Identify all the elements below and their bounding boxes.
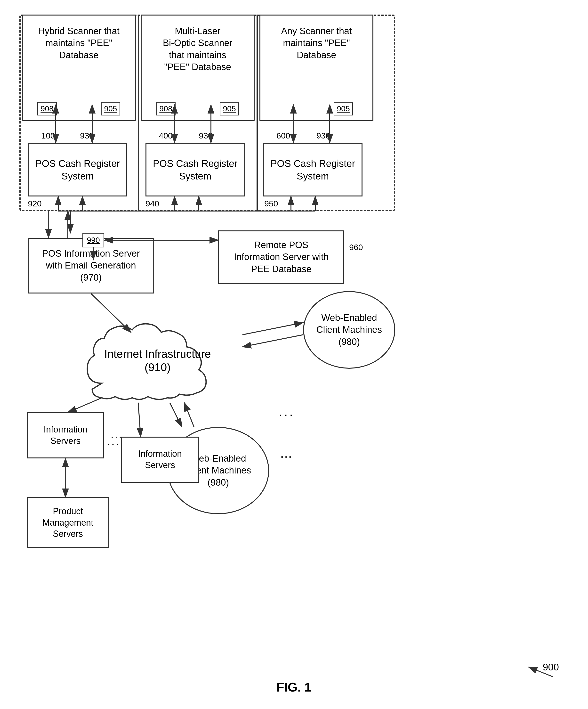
pos-box-3: POS Cash RegisterSystem bbox=[263, 143, 363, 196]
ellipsis-1: ··· bbox=[107, 437, 121, 451]
remote-pos-box: Remote POSInformation Server withPEE Dat… bbox=[218, 231, 344, 284]
pos-label-3: POS Cash RegisterSystem bbox=[270, 157, 355, 182]
info-servers-label-1: InformationServers bbox=[44, 424, 87, 447]
svg-line-39 bbox=[242, 335, 303, 347]
scanner-box-3: Any Scanner thatmaintains "PEE"Database … bbox=[260, 15, 373, 121]
diagram-ref-900: 900 bbox=[543, 662, 559, 673]
svg-text:(910): (910) bbox=[144, 361, 170, 373]
product-mgmt-label: ProductManagementServers bbox=[43, 506, 93, 540]
ref-400: 400 bbox=[159, 131, 172, 140]
web-enabled-label-1: Web-EnabledClient Machines(980) bbox=[316, 312, 382, 348]
info-servers-box-2: InformationServers bbox=[121, 437, 199, 483]
svg-line-41 bbox=[184, 403, 194, 427]
ref-960: 960 bbox=[349, 242, 363, 252]
pos-box-1: POS Cash RegisterSystem bbox=[28, 143, 127, 196]
pos-label-1: POS Cash RegisterSystem bbox=[35, 157, 120, 182]
scanner-label-2: Multi-LaserBi-Optic Scannerthat maintain… bbox=[146, 25, 249, 73]
ref-600: 600 bbox=[276, 131, 290, 140]
pos-box-2: POS Cash RegisterSystem bbox=[145, 143, 245, 196]
scanner-1-num-left: 908 bbox=[37, 102, 57, 115]
ref-100: 100 bbox=[41, 131, 55, 140]
scanner-box-1: Hybrid Scanner that maintains "PEE" Data… bbox=[22, 15, 136, 121]
scanner-2-num-right: 905 bbox=[220, 102, 239, 115]
svg-line-40 bbox=[170, 403, 182, 427]
diagram: Hybrid Scanner that maintains "PEE" Data… bbox=[0, 0, 588, 709]
ref-950: 950 bbox=[264, 199, 278, 208]
svg-text:Internet Infrastructure: Internet Infrastructure bbox=[104, 348, 211, 360]
scanner-label-1: Hybrid Scanner that maintains "PEE" Data… bbox=[28, 25, 130, 61]
scanner-2-num-left: 908 bbox=[156, 102, 176, 115]
ref-940: 940 bbox=[145, 199, 159, 208]
ref-930-2: 930 bbox=[199, 131, 213, 140]
ref-920: 920 bbox=[28, 199, 42, 208]
remote-pos-label: Remote POSInformation Server withPEE Dat… bbox=[234, 239, 329, 275]
pos-info-server-label: POS Information Serverwith Email Generat… bbox=[42, 248, 140, 284]
scanner-3-num-right: 905 bbox=[333, 102, 353, 115]
ref-930-3: 930 bbox=[316, 131, 330, 140]
svg-line-43 bbox=[138, 403, 141, 437]
product-mgmt-box: ProductManagementServers bbox=[27, 497, 109, 548]
pos-label-2: POS Cash RegisterSystem bbox=[153, 157, 237, 182]
divider-1 bbox=[138, 15, 139, 211]
info-servers-box-1: InformationServers bbox=[27, 412, 104, 458]
svg-text:···: ··· bbox=[280, 448, 292, 464]
divider-2 bbox=[257, 15, 258, 211]
internet-cloud: Internet Infrastructure (910) bbox=[73, 311, 242, 403]
ref-990-box: 990 bbox=[82, 233, 104, 247]
web-enabled-circle-1: Web-EnabledClient Machines(980) bbox=[303, 291, 395, 369]
scanner-box-2: Multi-LaserBi-Optic Scannerthat maintain… bbox=[141, 15, 255, 121]
ellipsis-2: ··· bbox=[279, 408, 295, 422]
scanner-1-num-right: 905 bbox=[101, 102, 120, 115]
svg-line-38 bbox=[242, 323, 303, 335]
scanner-label-3: Any Scanner thatmaintains "PEE"Database bbox=[265, 25, 368, 61]
figure-label: FIG. 1 bbox=[276, 680, 311, 694]
ref-930-1: 930 bbox=[80, 131, 94, 140]
info-servers-label-2: InformationServers bbox=[138, 448, 182, 471]
